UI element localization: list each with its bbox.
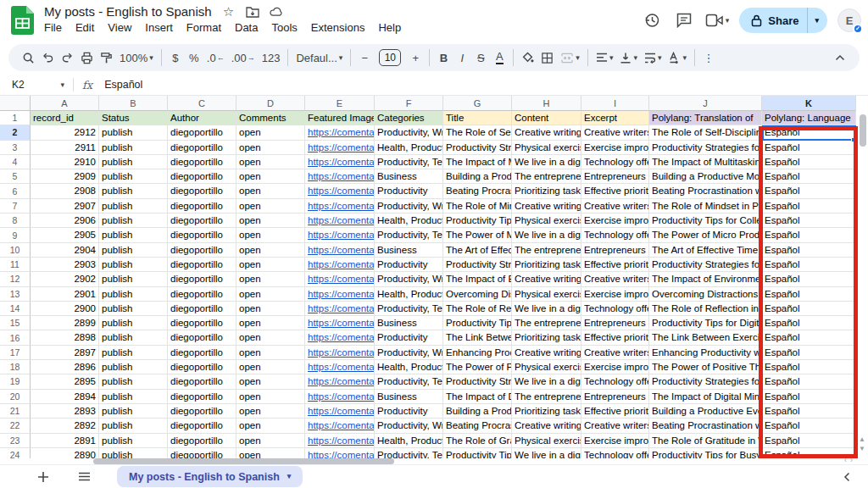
- cell-h[interactable]: The entrepreneu: [512, 316, 581, 330]
- more-button[interactable]: ⋮: [699, 47, 718, 68]
- cell-g[interactable]: The Role of Grat: [443, 434, 512, 448]
- cell-b[interactable]: publish: [99, 199, 168, 214]
- cell-a[interactable]: 2901: [31, 287, 99, 302]
- cell-e[interactable]: https://comentari: [305, 390, 375, 404]
- row-header-12[interactable]: 12: [0, 272, 31, 286]
- star-icon[interactable]: ☆: [222, 5, 236, 19]
- header-cell-d[interactable]: Comments: [236, 111, 305, 125]
- row-header-5[interactable]: 5: [0, 169, 31, 184]
- cell-e[interactable]: https://comentari: [305, 243, 375, 258]
- select-all-corner[interactable]: [0, 96, 31, 111]
- format-currency-button[interactable]: $: [166, 47, 185, 68]
- cell-a[interactable]: 2898: [31, 330, 99, 345]
- cell-c[interactable]: diegoportillo: [168, 346, 236, 360]
- cell-k[interactable]: Español: [762, 448, 856, 458]
- cell-h[interactable]: We live in a digit: [512, 448, 581, 458]
- cell-j[interactable]: Building a Productive Eveni: [649, 404, 762, 419]
- search[interactable]: [19, 47, 38, 68]
- cell-a[interactable]: 2912: [31, 125, 99, 140]
- cell-g[interactable]: The Role of Self-: [443, 125, 512, 140]
- cell-d[interactable]: open: [236, 419, 305, 433]
- cell-k[interactable]: Español: [762, 184, 856, 198]
- cell-a[interactable]: 2911: [31, 141, 99, 155]
- cell-b[interactable]: publish: [99, 184, 168, 198]
- cell-k[interactable]: Español: [762, 330, 856, 345]
- italic-button[interactable]: I: [453, 47, 471, 68]
- cell-k[interactable]: Español: [762, 419, 856, 433]
- strikethrough-button[interactable]: S: [471, 47, 490, 68]
- cell-c[interactable]: diegoportillo: [168, 419, 236, 433]
- cell-i[interactable]: Entrepreneurs ca: [581, 169, 649, 184]
- header-cell-j[interactable]: Polylang: Translation of: [649, 111, 762, 125]
- cell-f[interactable]: Productivity, Writ: [375, 272, 443, 286]
- cell-j[interactable]: The Power of Micro Produc: [649, 228, 762, 242]
- version-history-icon[interactable]: [641, 9, 663, 31]
- cell-f[interactable]: Productivity, Tec: [375, 228, 443, 242]
- cell-j[interactable]: The Role of Gratitude in Wo: [649, 434, 762, 448]
- cell-e[interactable]: https://comentari: [305, 419, 375, 433]
- cell-e[interactable]: https://comentari: [305, 434, 375, 448]
- print[interactable]: [77, 47, 97, 68]
- cell-k[interactable]: Español: [762, 258, 856, 272]
- cell-d[interactable]: open: [236, 434, 305, 448]
- cell-j[interactable]: Productivity Strategies for T: [649, 374, 762, 389]
- cell-b[interactable]: publish: [99, 214, 168, 228]
- cell-j[interactable]: The Impact of Digital Minim: [649, 390, 762, 404]
- cell-k[interactable]: Español: [762, 316, 856, 330]
- menu-item-view[interactable]: View: [101, 19, 138, 36]
- cell-h[interactable]: Physical exercise: [512, 360, 581, 374]
- cell-b[interactable]: publish: [99, 419, 168, 433]
- cell-j[interactable]: The Role of Mindset in Prod: [649, 199, 762, 214]
- cell-f[interactable]: Productivity, Tec: [375, 374, 443, 389]
- cell-d[interactable]: open: [236, 302, 305, 316]
- cell-b[interactable]: publish: [99, 228, 168, 242]
- cell-f[interactable]: Productivity: [375, 258, 443, 272]
- header-cell-i[interactable]: Excerpt: [581, 111, 649, 125]
- font-select-button[interactable]: Defaul...▾: [292, 47, 346, 68]
- cell-f[interactable]: Business: [375, 316, 443, 330]
- cell-a[interactable]: 2897: [31, 346, 99, 360]
- cell-e[interactable]: https://comentari: [305, 141, 375, 155]
- row-header-14[interactable]: 14: [0, 302, 31, 316]
- cell-g[interactable]: Building a Produ: [443, 404, 512, 419]
- horizontal-scrollbar[interactable]: [93, 458, 394, 464]
- redo[interactable]: [58, 47, 77, 68]
- cell-g[interactable]: The Impact of Di: [443, 390, 512, 404]
- cell-h[interactable]: The entrepreneu: [512, 243, 581, 258]
- cell-f[interactable]: Productivity: [375, 404, 443, 419]
- cell-b[interactable]: publish: [99, 374, 168, 389]
- cell-g[interactable]: The Link Betwee: [443, 330, 512, 345]
- cell-k[interactable]: Español: [762, 346, 856, 360]
- cell-g[interactable]: Beating Procrast: [443, 419, 512, 433]
- decrease-decimals-button[interactable]: .0←: [203, 47, 228, 68]
- zoom-select-button[interactable]: 100%▾: [116, 47, 157, 68]
- row-header-1[interactable]: 1: [0, 111, 31, 125]
- cell-d[interactable]: open: [236, 360, 305, 374]
- cell-a[interactable]: 2894: [31, 390, 99, 404]
- cell-c[interactable]: diegoportillo: [168, 302, 236, 316]
- text-rotation[interactable]: ▾: [665, 47, 690, 68]
- column-header-h[interactable]: H: [512, 96, 581, 111]
- cell-h[interactable]: The entrepreneu: [512, 390, 581, 404]
- cell-a[interactable]: 2906: [31, 214, 99, 228]
- header-cell-f[interactable]: Categories: [375, 111, 443, 125]
- cell-e[interactable]: https://comentari: [305, 272, 375, 286]
- menu-item-format[interactable]: Format: [180, 19, 228, 36]
- cell-g[interactable]: Productivity Tips: [443, 316, 512, 330]
- comments-icon[interactable]: [673, 9, 695, 31]
- cell-b[interactable]: publish: [99, 316, 168, 330]
- cell-h[interactable]: Physical exercise: [512, 141, 581, 155]
- cell-j[interactable]: Productivity Strategies for F: [649, 141, 762, 155]
- cell-j[interactable]: Enhancing Productivity with: [649, 346, 762, 360]
- row-header-9[interactable]: 9: [0, 228, 31, 242]
- cell-f[interactable]: Productivity, Tec: [375, 155, 443, 169]
- cell-h[interactable]: Creative writing r: [512, 125, 581, 140]
- row-header-8[interactable]: 8: [0, 214, 31, 228]
- row-header-22[interactable]: 22: [0, 419, 31, 433]
- cell-c[interactable]: diegoportillo: [168, 287, 236, 302]
- text-color-button[interactable]: A: [490, 47, 509, 68]
- increase-decimals-button[interactable]: .00→: [228, 47, 259, 68]
- cell-e[interactable]: https://comentari: [305, 199, 375, 214]
- cell-g[interactable]: Productivity Stra: [443, 374, 512, 389]
- cell-h[interactable]: Prioritizing tasks: [512, 330, 581, 345]
